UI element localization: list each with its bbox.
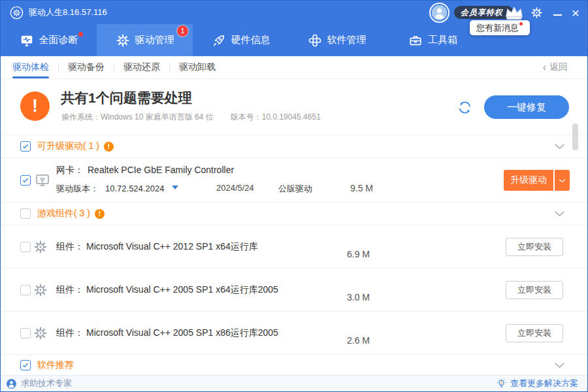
scrollbar-thumb[interactable]: [572, 123, 578, 150]
more-solutions-link[interactable]: 查看更多解决方案: [496, 378, 578, 389]
tab-label: 驱动管理: [135, 34, 174, 46]
version-label: 版本号：: [231, 112, 262, 122]
warning-badge-icon: !: [95, 209, 105, 219]
sub-nav: 驱动体检 驱动备份 驱动还原 驱动卸载 ‹ 返回: [1, 56, 587, 79]
component-row: 组件：Microsoft Visual C++ 2012 SP1 x64运行库 …: [1, 225, 587, 268]
chevron-down-icon[interactable]: [554, 362, 565, 368]
component-size: 3.0 M: [347, 292, 370, 302]
chevron-down-icon[interactable]: [554, 210, 565, 217]
install-now-button[interactable]: 立即安装: [506, 324, 563, 342]
user-avatar[interactable]: [431, 4, 448, 22]
ask-expert-label: 求助技术专家: [21, 378, 72, 389]
tab-full-diagnosis[interactable]: 全面诊断: [1, 24, 97, 56]
warning-badge-icon: !: [104, 142, 114, 152]
component-size: 2.6 M: [347, 335, 370, 346]
back-label: 返回: [549, 61, 568, 73]
driver-name-line: 网卡：Realtek PCIe GbE Family Controller: [56, 165, 234, 176]
tab-label: 软件管理: [327, 34, 367, 46]
component-name-line: 组件：Microsoft Visual C++ 2012 SP1 x64运行库: [56, 241, 258, 253]
ask-expert-link[interactable]: 求助技术专家: [6, 378, 72, 389]
os-value: Windows 10 家庭单语言版 64 位: [101, 112, 214, 122]
section-title: 游戏组件( 3 ): [37, 208, 90, 220]
component-gear-icon: [33, 326, 48, 340]
rocket-icon: [212, 33, 226, 48]
component-label: 组件：: [56, 327, 84, 338]
driver-date: 2024/5/24: [216, 183, 254, 193]
content-area: ! 共有1个问题需要处理 操作系统：Windows 10 家庭单语言版 64 位…: [1, 79, 587, 375]
refresh-icon[interactable]: [457, 99, 473, 116]
clover-icon: [308, 33, 322, 48]
section-checkbox[interactable]: [20, 360, 31, 370]
section-software-recommend: 软件推荐: [1, 354, 587, 375]
subtab-driver-checkup[interactable]: 驱动体检: [12, 56, 49, 78]
warning-circle-icon: !: [20, 91, 50, 121]
driver-name: Realtek PCIe GbE Family Controller: [88, 165, 234, 175]
close-button[interactable]: ×: [572, 6, 580, 20]
component-gear-icon: [33, 240, 48, 254]
section-title: 可升级驱动( 1 ): [37, 140, 99, 152]
component-checkbox[interactable]: [20, 328, 31, 338]
driver-version-label: 驱动版本：: [56, 184, 99, 193]
settings-gear-icon[interactable]: [531, 7, 543, 19]
component-checkbox[interactable]: [20, 242, 31, 252]
monitor-pulse-icon: [20, 33, 34, 48]
crown-icon: [504, 5, 524, 21]
tab-software-management[interactable]: 软件管理: [289, 24, 385, 56]
bulb-icon: [496, 378, 507, 389]
tab-hardware-info[interactable]: 硬件信息: [193, 24, 289, 56]
new-message-tooltip[interactable]: 您有新消息: [470, 20, 530, 35]
component-row: 组件：Microsoft Visual C++ 2005 SP1 x86运行库2…: [1, 311, 587, 354]
divider: [114, 63, 114, 72]
os-label: 操作系统：: [61, 112, 101, 122]
version-value: 10.0.19045.4651: [262, 112, 321, 122]
component-size: 6.9 M: [347, 249, 370, 259]
component-gear-icon: [33, 283, 48, 297]
more-solutions-label: 查看更多解决方案: [510, 378, 578, 389]
chevron-left-icon: ‹: [543, 62, 546, 73]
driver-type-label: 网卡：: [56, 165, 84, 175]
install-now-button[interactable]: 立即安装: [506, 281, 563, 299]
summary-title: 共有1个问题需要处理: [61, 89, 192, 107]
install-now-button[interactable]: 立即安装: [506, 238, 563, 256]
section-checkbox[interactable]: [20, 208, 31, 219]
section-title: 软件推荐: [37, 359, 74, 371]
subtab-driver-uninstall[interactable]: 驱动卸载: [179, 56, 216, 78]
subtab-driver-restore[interactable]: 驱动还原: [123, 56, 160, 78]
component-name: Microsoft Visual C++ 2005 SP1 x86运行库2005: [86, 327, 278, 338]
gear-icon: [116, 33, 130, 48]
minimize-button[interactable]: [553, 8, 562, 17]
app-window: 驱动人生8.16.57.116 会员享特权 × 您有新消息 全面诊断 驱动管理 …: [0, 0, 588, 392]
upgrade-driver-button[interactable]: 升级驱动: [504, 170, 553, 191]
component-name: Microsoft Visual C++ 2012 SP1 x64运行库: [86, 241, 258, 252]
one-click-fix-button[interactable]: 一键修复: [484, 95, 569, 119]
tab-label: 工具箱: [428, 34, 457, 46]
component-name-line: 组件：Microsoft Visual C++ 2005 SP1 x64运行库2…: [56, 284, 278, 296]
upgrade-split-button: 升级驱动: [504, 170, 570, 191]
section-checkbox[interactable]: [20, 141, 31, 152]
component-label: 组件：: [56, 241, 84, 252]
subtab-driver-backup[interactable]: 驱动备份: [68, 56, 105, 78]
component-checkbox[interactable]: [20, 285, 31, 295]
problem-summary: ! 共有1个问题需要处理 操作系统：Windows 10 家庭单语言版 64 位…: [1, 79, 587, 135]
system-info: 操作系统：Windows 10 家庭单语言版 64 位版本号：10.0.1904…: [61, 112, 321, 123]
upgrade-options-arrow[interactable]: [555, 170, 570, 191]
back-button[interactable]: ‹ 返回: [543, 61, 568, 73]
notification-dot: [519, 22, 523, 25]
component-name-line: 组件：Microsoft Visual C++ 2005 SP1 x86运行库2…: [56, 327, 278, 339]
tab-toolbox[interactable]: 工具箱: [385, 24, 481, 56]
network-adapter-icon: [35, 172, 50, 188]
section-game-components: 游戏组件( 3 ) !: [1, 202, 587, 225]
tooltip-text: 您有新消息: [476, 22, 519, 34]
driver-row: 网卡：Realtek PCIe GbE Family Controller 驱动…: [1, 157, 587, 202]
driver-detail-line: 驱动版本：10.72.524.2024 2024/5/24 公版驱动 9.5 M: [56, 183, 514, 195]
app-logo-icon: [10, 6, 24, 20]
tab-driver-management[interactable]: 驱动管理 1: [97, 24, 193, 56]
driver-version-value: 10.72.524.2024: [105, 184, 164, 193]
component-label: 组件：: [56, 284, 84, 295]
component-name: Microsoft Visual C++ 2005 SP1 x64运行库2005: [86, 284, 278, 295]
driver-size: 9.5 M: [350, 183, 373, 193]
version-dropdown-caret[interactable]: [172, 186, 178, 193]
driver-checkbox[interactable]: [20, 175, 31, 186]
alert-dot: [78, 32, 83, 37]
chevron-down-icon[interactable]: [554, 143, 565, 150]
